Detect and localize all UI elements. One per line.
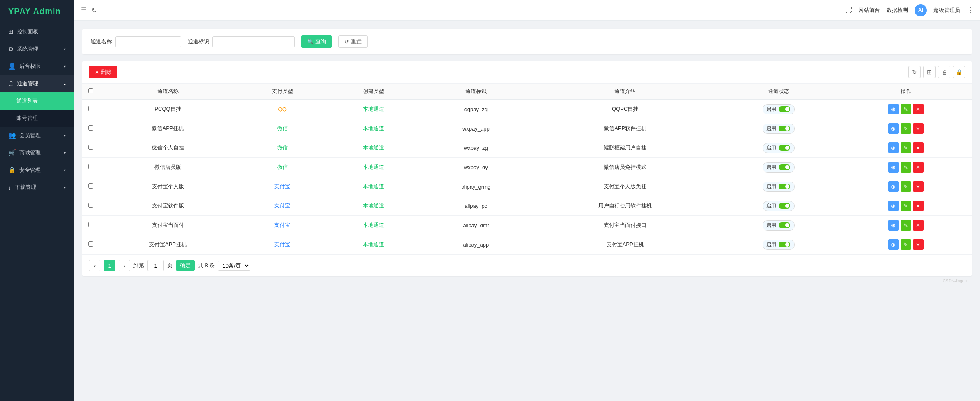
status-toggle[interactable]: [779, 126, 790, 131]
sidebar: YPAY Admin ⊞ 控制面板 ⚙ 系统管理 ▾ 👤 后台权限 ▾ ⬡ 通道…: [0, 0, 74, 401]
shop-icon: 🛒: [8, 149, 16, 156]
delete-row-button[interactable]: ✕: [913, 104, 924, 114]
sort-button[interactable]: ⊕: [888, 200, 899, 211]
prev-page-button[interactable]: ‹: [89, 260, 100, 271]
reset-button[interactable]: ↺ 重置: [338, 35, 368, 48]
col-pay-type: 支付类型: [237, 84, 328, 100]
status-toggle[interactable]: [779, 164, 790, 170]
cell-desc: 支付宝当面付接口: [533, 216, 718, 235]
sort-button[interactable]: ⊕: [888, 104, 899, 114]
cell-actions: ⊕ ✎ ✕: [840, 216, 972, 235]
sort-button[interactable]: ⊕: [888, 162, 899, 173]
status-label: 启用: [766, 125, 776, 132]
data-check-link[interactable]: 数据检测: [887, 7, 908, 14]
row-checkbox[interactable]: [88, 203, 93, 208]
sort-button[interactable]: ⊕: [888, 220, 899, 231]
sort-button[interactable]: ⊕: [888, 239, 899, 250]
status-toggle[interactable]: [779, 203, 790, 209]
sidebar-item-security[interactable]: 🔒 安全管理 ▾: [0, 161, 74, 179]
sidebar-item-shop[interactable]: 🛒 商城管理 ▾: [0, 144, 74, 161]
edit-button[interactable]: ✎: [901, 162, 911, 173]
row-checkbox[interactable]: [88, 222, 93, 227]
goto-page-input[interactable]: [147, 260, 164, 271]
print-button[interactable]: 🖨: [938, 66, 950, 78]
reset-btn-label: 重置: [351, 38, 362, 45]
table-row: PCQQ自挂 QQ 本地通道 qqpay_zg QQPC自挂 启用 ⊕ ✎ ✕: [82, 100, 972, 119]
lock-button[interactable]: 🔒: [953, 66, 965, 78]
delete-row-button[interactable]: ✕: [913, 162, 924, 173]
sidebar-item-account[interactable]: 账号管理: [0, 110, 74, 127]
query-button[interactable]: 🔍 查询: [301, 35, 332, 48]
reset-icon: ↺: [345, 39, 349, 45]
row-checkbox[interactable]: [88, 241, 93, 247]
refresh-table-button[interactable]: ↻: [908, 66, 921, 78]
sidebar-item-permissions[interactable]: 👤 后台权限 ▾: [0, 58, 74, 75]
edit-button[interactable]: ✎: [901, 142, 911, 153]
cell-create-type: 本地通道: [328, 216, 419, 235]
dashboard-icon: ⊞: [8, 28, 14, 35]
delete-row-button[interactable]: ✕: [913, 181, 924, 192]
row-checkbox[interactable]: [88, 183, 93, 189]
website-front-link[interactable]: 网站前台: [859, 7, 880, 14]
row-checkbox[interactable]: [88, 164, 93, 169]
menu-icon[interactable]: ☰: [81, 6, 86, 14]
delete-row-button[interactable]: ✕: [913, 142, 924, 153]
row-checkbox[interactable]: [88, 106, 93, 111]
sidebar-item-dashboard[interactable]: ⊞ 控制面板: [0, 23, 74, 40]
sidebar-item-channel[interactable]: ⬡ 通道管理 ▴: [0, 75, 74, 92]
sort-button[interactable]: ⊕: [888, 123, 899, 134]
refresh-icon[interactable]: ↻: [91, 6, 97, 14]
delete-row-button[interactable]: ✕: [913, 239, 924, 250]
confirm-goto-button[interactable]: 确定: [176, 260, 195, 271]
edit-button[interactable]: ✎: [901, 181, 911, 192]
cell-identifier: alipay_grmg: [419, 177, 533, 196]
row-checkbox[interactable]: [88, 125, 93, 131]
col-status: 通道状态: [717, 84, 840, 100]
sidebar-item-download[interactable]: ↓ 下载管理 ▾: [0, 179, 74, 196]
channel-id-input[interactable]: [212, 36, 295, 47]
cell-create-type: 本地通道: [328, 196, 419, 216]
cell-status: 启用: [717, 235, 840, 254]
channel-name-input[interactable]: [115, 36, 181, 47]
select-all-checkbox[interactable]: [88, 88, 93, 93]
status-toggle[interactable]: [779, 106, 790, 112]
sidebar-item-label: 控制面板: [17, 28, 38, 35]
more-icon[interactable]: ⋮: [967, 6, 973, 14]
status-toggle[interactable]: [779, 145, 790, 151]
delete-row-button[interactable]: ✕: [913, 220, 924, 231]
search-bar: 通道名称 通道标识 🔍 查询 ↺ 重置: [82, 29, 972, 54]
status-toggle[interactable]: [779, 184, 790, 189]
delete-button[interactable]: ✕ 删除: [89, 66, 117, 78]
edit-button[interactable]: ✎: [901, 200, 911, 211]
status-label: 启用: [766, 241, 776, 248]
edit-button[interactable]: ✎: [901, 239, 911, 250]
page-1-button[interactable]: 1: [104, 260, 115, 271]
sort-button[interactable]: ⊕: [888, 181, 899, 192]
cell-status: 启用: [717, 196, 840, 216]
cell-actions: ⊕ ✎ ✕: [840, 177, 972, 196]
status-toggle[interactable]: [779, 222, 790, 228]
query-btn-label: 查询: [315, 38, 326, 45]
columns-button[interactable]: ⊞: [923, 66, 936, 78]
per-page-select[interactable]: 10条/页 20条/页 50条/页: [218, 261, 250, 271]
edit-button[interactable]: ✎: [901, 104, 911, 114]
delete-row-button[interactable]: ✕: [913, 123, 924, 134]
channel-icon: ⬡: [8, 80, 14, 87]
sidebar-item-system[interactable]: ⚙ 系统管理 ▾: [0, 40, 74, 58]
channel-submenu: 通道列表 账号管理: [0, 92, 74, 127]
table-row: 支付宝APP挂机 支付宝 本地通道 alipay_app 支付宝APP挂机 启用…: [82, 235, 972, 254]
sidebar-item-member[interactable]: 👥 会员管理 ▾: [0, 127, 74, 144]
edit-button[interactable]: ✎: [901, 220, 911, 231]
col-identifier: 通道标识: [419, 84, 533, 100]
edit-button[interactable]: ✎: [901, 123, 911, 134]
chevron-down-icon: ▾: [64, 185, 66, 190]
row-checkbox[interactable]: [88, 145, 93, 150]
status-toggle[interactable]: [779, 242, 790, 247]
sidebar-item-channel-list[interactable]: 通道列表: [0, 92, 74, 110]
next-page-button[interactable]: ›: [119, 260, 130, 271]
table-row: 支付宝个人版 支付宝 本地通道 alipay_grmg 支付宝个人版免挂 启用 …: [82, 177, 972, 196]
fullscreen-icon[interactable]: ⛶: [845, 7, 852, 14]
delete-row-button[interactable]: ✕: [913, 200, 924, 211]
sort-button[interactable]: ⊕: [888, 142, 899, 153]
cell-actions: ⊕ ✎ ✕: [840, 138, 972, 158]
